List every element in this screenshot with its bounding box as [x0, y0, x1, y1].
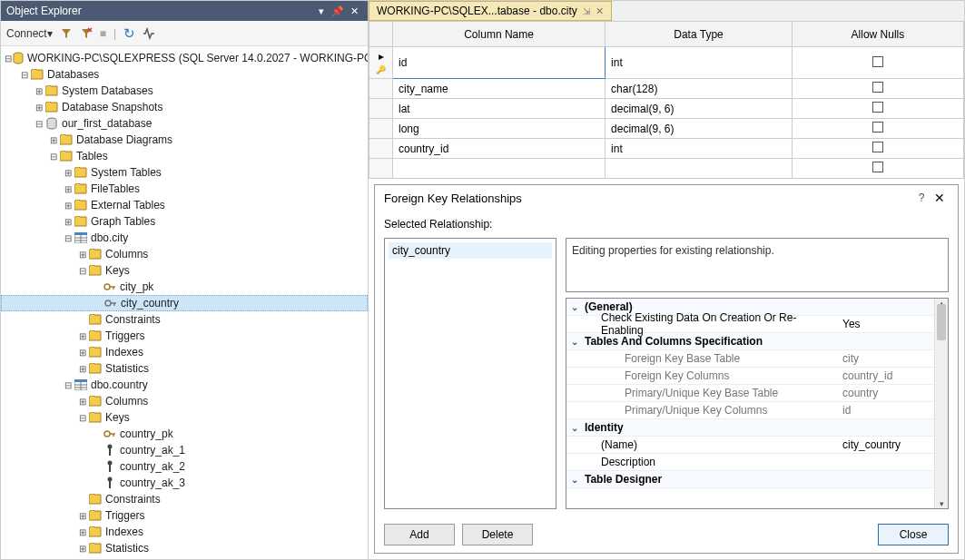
data-type-cell[interactable]: char(128) [606, 79, 793, 99]
add-button[interactable]: Add [384, 524, 455, 545]
collapse-icon[interactable]: ⊟ [34, 119, 44, 129]
indexes-node[interactable]: ⊞Indexes [1, 344, 368, 360]
server-node[interactable]: ⊟ WORKING-PC\SQLEXPRESS (SQL Server 14.0… [1, 50, 368, 66]
checkbox-icon[interactable] [872, 102, 883, 113]
statistics-node-2[interactable]: ⊞Statistics [1, 540, 368, 556]
allow-nulls-cell[interactable] [792, 47, 963, 79]
col-name-header[interactable]: Column Name [393, 22, 606, 47]
filetables-node[interactable]: ⊞FileTables [1, 181, 368, 197]
country-pk-node[interactable]: country_pk [1, 426, 368, 442]
checkbox-icon[interactable] [872, 142, 883, 152]
checkbox-icon[interactable] [872, 82, 883, 93]
dbdiag-node[interactable]: ⊞ Database Diagrams [1, 132, 368, 148]
collapse-icon[interactable]: ⊟ [19, 70, 30, 80]
grid-row[interactable]: country_id int [369, 139, 964, 159]
expand-icon[interactable]: ⊞ [34, 103, 44, 113]
columns-node-2[interactable]: ⊞Columns [1, 393, 368, 409]
data-type-cell[interactable]: int [606, 139, 793, 159]
data-type-cell[interactable]: int [606, 47, 793, 79]
keys-node-2[interactable]: ⊟Keys [1, 409, 368, 426]
data-type-header[interactable]: Data Type [606, 22, 793, 47]
checkbox-icon[interactable] [872, 56, 883, 67]
scroll-down-icon[interactable]: ▾ [935, 499, 948, 508]
collapse-icon[interactable]: ⊟ [5, 54, 12, 64]
checkbox-icon[interactable] [872, 122, 883, 133]
prop-pk-base-table[interactable]: Primary/Unique Key Base Tablecountry [566, 385, 948, 402]
connect-button[interactable]: Connect ▾ [6, 27, 53, 40]
chevron-down-icon[interactable]: ⌄ [566, 302, 583, 312]
sysdb-node[interactable]: ⊞ System Databases [1, 83, 368, 99]
activity-icon[interactable] [143, 27, 155, 40]
allow-nulls-header[interactable]: Allow Nulls [792, 22, 963, 47]
chevron-down-icon[interactable]: ⌄ [566, 475, 583, 485]
graphtables-node[interactable]: ⊞Graph Tables [1, 213, 368, 230]
prop-fk-columns[interactable]: Foreign Key Columnscountry_id [566, 368, 948, 385]
columns-node[interactable]: ⊞Columns [1, 246, 368, 262]
dbsnap-node[interactable]: ⊞ Database Snapshots [1, 99, 368, 115]
chevron-down-icon[interactable]: ⌄ [566, 423, 583, 433]
allow-nulls-cell[interactable] [792, 139, 963, 159]
relationship-list[interactable]: city_country [384, 238, 556, 509]
close-icon[interactable]: ✕ [346, 5, 362, 17]
triggers-node[interactable]: ⊞Triggers [1, 328, 368, 344]
ourdb-node[interactable]: ⊟ our_first_database [1, 115, 368, 132]
country-ak2-node[interactable]: country_ak_2 [1, 458, 368, 475]
col-name-cell[interactable]: id [393, 47, 606, 79]
close-button[interactable]: Close [878, 524, 949, 545]
prop-pk-columns[interactable]: Primary/Unique Key Columnsid [566, 402, 948, 419]
tables-node[interactable]: ⊟ Tables [1, 148, 368, 164]
scroll-thumb[interactable] [937, 304, 946, 340]
city-pk-node[interactable]: city_pk [1, 279, 368, 295]
expand-icon[interactable]: ⊞ [34, 86, 44, 96]
data-type-cell[interactable]: decimal(9, 6) [606, 119, 793, 139]
close-tab-icon[interactable]: ✕ [596, 5, 604, 17]
triggers-node-2[interactable]: ⊞Triggers [1, 507, 368, 524]
country-ak1-node[interactable]: country_ak_1 [1, 442, 368, 458]
toolbar-filter-icon[interactable] [60, 27, 73, 40]
col-name-cell[interactable]: city_name [393, 79, 606, 99]
refresh-icon[interactable]: ↻ [123, 25, 135, 42]
allow-nulls-cell[interactable] [792, 119, 963, 139]
allow-nulls-cell[interactable] [792, 159, 963, 179]
allow-nulls-cell[interactable] [792, 79, 963, 99]
constraints-node-2[interactable]: ⊞Constraints [1, 491, 368, 507]
indexes-node-2[interactable]: ⊞Indexes [1, 524, 368, 540]
prop-name[interactable]: (Name)city_country [566, 437, 948, 454]
dbo-country-node[interactable]: ⊟dbo.country [1, 377, 368, 393]
collapse-icon[interactable]: ⊟ [48, 152, 59, 162]
prop-fk-base-table[interactable]: Foreign Key Base Tablecity [566, 350, 948, 368]
prop-check-existing[interactable]: Check Existing Data On Creation Or Re-En… [566, 316, 948, 333]
dropdown-icon[interactable]: ▾ [313, 5, 330, 17]
prop-group-identity[interactable]: ⌄Identity [566, 419, 948, 437]
prop-description[interactable]: Description [566, 454, 948, 471]
grid-row[interactable]: ▸🔑 id int [369, 47, 964, 79]
checkbox-icon[interactable] [872, 162, 883, 172]
tab-dbo-city[interactable]: WORKING-PC\SQLEX...tabase - dbo.city ⇲ ✕ [369, 1, 612, 21]
col-name-cell[interactable]: country_id [393, 139, 606, 159]
country-ak3-node[interactable]: country_ak_3 [1, 475, 368, 491]
grid-row[interactable]: city_name char(128) [369, 79, 964, 99]
data-type-cell[interactable]: decimal(9, 6) [606, 99, 793, 119]
toolbar-stop-icon[interactable]: ■ [100, 27, 106, 40]
prop-group-table-designer[interactable]: ⌄Table Designer [566, 471, 948, 488]
keys-node[interactable]: ⊟Keys [1, 262, 368, 279]
databases-node[interactable]: ⊟ Databases [1, 66, 368, 83]
toolbar-filter-clear-icon[interactable] [80, 27, 93, 40]
relationship-item[interactable]: city_country [389, 242, 552, 259]
allow-nulls-cell[interactable] [792, 99, 963, 119]
exttables-node[interactable]: ⊞External Tables [1, 197, 368, 213]
expand-icon[interactable]: ⊞ [48, 135, 59, 145]
close-icon[interactable]: ✕ [931, 191, 949, 205]
pin-icon[interactable]: 📌 [330, 5, 346, 17]
property-grid[interactable]: ⌄(General) Check Existing Data On Creati… [566, 298, 949, 509]
statistics-node[interactable]: ⊞Statistics [1, 360, 368, 377]
dbo-city-node[interactable]: ⊟dbo.city [1, 230, 368, 246]
grid-row[interactable]: long decimal(9, 6) [369, 119, 964, 139]
col-name-cell[interactable]: lat [393, 99, 606, 119]
prop-group-tables[interactable]: ⌄Tables And Columns Specification [566, 333, 948, 350]
tree-view[interactable]: ⊟ WORKING-PC\SQLEXPRESS (SQL Server 14.0… [1, 46, 368, 559]
chevron-down-icon[interactable]: ⌄ [566, 337, 583, 347]
constraints-node[interactable]: ⊞Constraints [1, 311, 368, 328]
pin-icon[interactable]: ⇲ [583, 6, 590, 16]
grid-row-empty[interactable] [369, 159, 964, 179]
